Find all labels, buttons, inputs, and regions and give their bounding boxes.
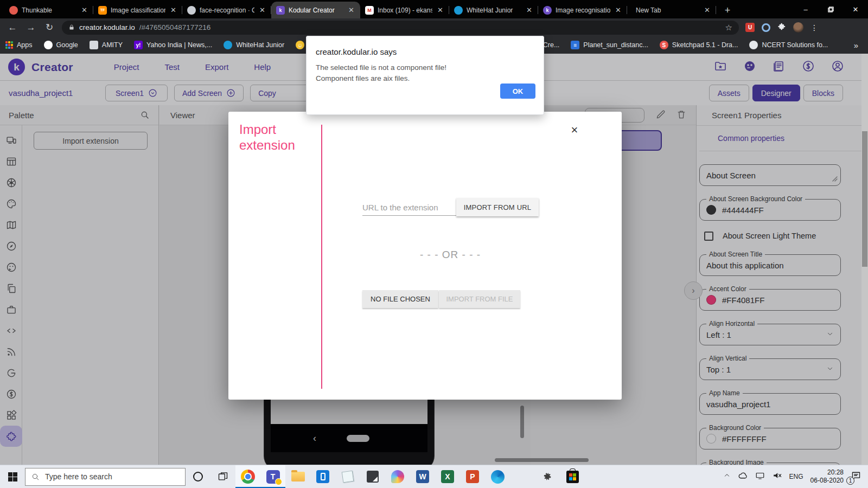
taskbar: Type here to search T W X P ENG 20:28 06… bbox=[0, 465, 868, 488]
microsoft-store-icon[interactable] bbox=[560, 465, 585, 488]
browser-tab[interactable]: k Image recognisation ✕ bbox=[538, 2, 627, 18]
clock-date: 06-08-2020 bbox=[810, 477, 844, 485]
tab-title: WhiteHat Junior bbox=[467, 7, 521, 14]
excel-icon[interactable]: X bbox=[435, 465, 460, 488]
action-center-icon[interactable]: 1 bbox=[851, 471, 861, 483]
your-phone-icon[interactable] bbox=[310, 465, 335, 488]
address-bar[interactable]: creator.kodular.io /#4765050487177216 ☆ bbox=[62, 21, 739, 35]
task-view-icon[interactable] bbox=[210, 465, 235, 488]
whitehat-favicon bbox=[224, 41, 232, 49]
tab-title: Inbox (109) - ekansh bbox=[378, 7, 432, 14]
github-favicon bbox=[187, 6, 196, 15]
word-icon[interactable]: W bbox=[410, 465, 435, 488]
bookmark-sketchpad[interactable]: S Sketchpad 5.1 - Dra... bbox=[660, 41, 738, 49]
back-icon[interactable]: ← bbox=[3, 22, 22, 33]
kodular-favicon: k bbox=[543, 6, 552, 15]
close-icon[interactable]: × bbox=[567, 123, 582, 138]
browser-tab[interactable]: New Tab ✕ bbox=[627, 2, 716, 18]
yahoo-favicon: y! bbox=[134, 41, 143, 49]
kodular-app: k Creator Project Test Export Help vasud… bbox=[0, 54, 868, 465]
tab-close-icon[interactable]: ✕ bbox=[80, 6, 88, 14]
tab-close-icon[interactable]: ✕ bbox=[525, 6, 533, 14]
notepad-dark-icon[interactable] bbox=[360, 465, 385, 488]
opera-ring-icon[interactable] bbox=[762, 23, 770, 32]
cloud-icon[interactable] bbox=[738, 471, 748, 482]
thunkable-favicon bbox=[9, 6, 18, 15]
import-from-url-button[interactable]: IMPORT FROM URL bbox=[456, 198, 539, 216]
powerpoint-icon[interactable]: P bbox=[460, 465, 485, 488]
window-minimize-button[interactable]: – bbox=[793, 0, 818, 18]
chrome-taskbar-icon[interactable] bbox=[235, 465, 260, 488]
page-scrollbar[interactable] bbox=[861, 54, 868, 465]
browser-tab[interactable]: TF Image classification ✕ bbox=[93, 2, 182, 18]
edge-icon[interactable] bbox=[485, 465, 510, 488]
bookmark-yahoo[interactable]: y! Yahoo India | News,... bbox=[134, 41, 212, 49]
tab-close-icon[interactable]: ✕ bbox=[703, 6, 711, 14]
forward-icon[interactable]: → bbox=[22, 22, 40, 33]
browser-tab[interactable]: face-recognition · Gi ✕ bbox=[182, 2, 271, 18]
taskbar-search-input[interactable]: Type here to search bbox=[25, 468, 186, 486]
page-scrollbar-thumb[interactable] bbox=[862, 131, 867, 267]
display-network-icon[interactable] bbox=[755, 471, 765, 482]
url-input-placeholder: URL to the extension bbox=[362, 203, 438, 212]
alert-message: The selected file is not a component fil… bbox=[316, 62, 534, 84]
profile-avatar[interactable] bbox=[793, 22, 803, 33]
bookmark-google[interactable]: G Google bbox=[44, 41, 78, 49]
choose-file-button[interactable]: NO FILE CHOSEN bbox=[362, 290, 438, 308]
alert-line-2: Component files are aix files. bbox=[316, 73, 534, 84]
import-from-file-button[interactable]: IMPORT FROM FILE bbox=[439, 290, 520, 308]
new-tab-button[interactable]: + bbox=[719, 2, 736, 18]
bookmark-whitehat[interactable]: WhiteHat Junior bbox=[224, 41, 284, 49]
tab-title: Kodular Creator bbox=[289, 7, 343, 14]
browser-tab[interactable]: M Inbox (109) - ekansh ✕ bbox=[360, 2, 449, 18]
bookmark-planet-sun[interactable]: ≡ Planet_sun_distanc... bbox=[571, 41, 648, 49]
browser-toolbar: ← → ↻ creator.kodular.io /#4765050487177… bbox=[0, 18, 868, 36]
bookmark-label: Sketchpad 5.1 - Dra... bbox=[672, 41, 738, 49]
file-explorer-icon[interactable] bbox=[285, 465, 310, 488]
notes-icon[interactable] bbox=[335, 465, 360, 488]
puzzle-extensions-icon[interactable] bbox=[777, 22, 786, 33]
url-path: /#4765050487177216 bbox=[139, 23, 721, 31]
browser-tab[interactable]: Thunkable ✕ bbox=[4, 2, 93, 18]
bookmarks-overflow-chevron[interactable]: » bbox=[854, 41, 863, 50]
tab-close-icon[interactable]: ✕ bbox=[436, 6, 444, 14]
taskbar-clock[interactable]: 20:28 06-08-2020 bbox=[810, 468, 844, 485]
docs-favicon: ≡ bbox=[571, 41, 579, 49]
windows-logo-icon bbox=[8, 472, 17, 481]
tab-close-icon[interactable]: ✕ bbox=[169, 6, 177, 14]
extension-url-input[interactable]: URL to the extension bbox=[362, 200, 456, 216]
notification-badge: 1 bbox=[846, 477, 854, 485]
whitehat-favicon bbox=[454, 6, 463, 15]
shield-extension-icon[interactable]: U bbox=[745, 23, 755, 32]
search-icon bbox=[31, 473, 40, 481]
window-controls: – ✕ bbox=[793, 0, 868, 18]
clock-time: 20:28 bbox=[827, 468, 844, 477]
window-close-button[interactable]: ✕ bbox=[843, 0, 868, 18]
browser-alert-dialog: creator.kodular.io says The selected fil… bbox=[306, 36, 544, 115]
reload-icon[interactable]: ↻ bbox=[40, 22, 59, 33]
start-button[interactable] bbox=[0, 465, 25, 488]
browser-tab-active[interactable]: k Kodular Creator ✕ bbox=[271, 2, 360, 18]
bookmark-ncert[interactable]: NCERT Solutions fo... bbox=[749, 41, 828, 49]
tab-close-icon[interactable]: ✕ bbox=[347, 6, 355, 14]
volume-muted-icon[interactable] bbox=[772, 471, 782, 482]
paint-3d-icon[interactable] bbox=[385, 465, 410, 488]
bookmark-apps[interactable]: Apps bbox=[5, 41, 33, 49]
window-maximize-button[interactable] bbox=[818, 0, 843, 18]
alert-line-1: The selected file is not a component fil… bbox=[316, 62, 534, 73]
teams-taskbar-icon[interactable]: T bbox=[260, 465, 285, 488]
modal-title: Import extension bbox=[239, 121, 310, 153]
tab-close-icon[interactable]: ✕ bbox=[258, 6, 266, 14]
alert-ok-button[interactable]: OK bbox=[500, 84, 535, 99]
tensorflow-favicon: TF bbox=[98, 6, 107, 15]
browser-tab[interactable]: WhiteHat Junior ✕ bbox=[449, 2, 538, 18]
kebab-menu-icon[interactable]: ⋮ bbox=[810, 23, 818, 32]
tab-close-icon[interactable]: ✕ bbox=[614, 6, 622, 14]
bookmark-star-icon[interactable]: ☆ bbox=[725, 23, 732, 33]
lock-icon bbox=[68, 24, 75, 31]
chevron-up-icon[interactable] bbox=[723, 472, 731, 481]
cortana-icon[interactable] bbox=[186, 465, 210, 488]
language-indicator[interactable]: ENG bbox=[789, 473, 803, 480]
bookmark-amity[interactable]: AMITY bbox=[90, 41, 123, 49]
settings-gear-icon[interactable] bbox=[535, 465, 560, 488]
